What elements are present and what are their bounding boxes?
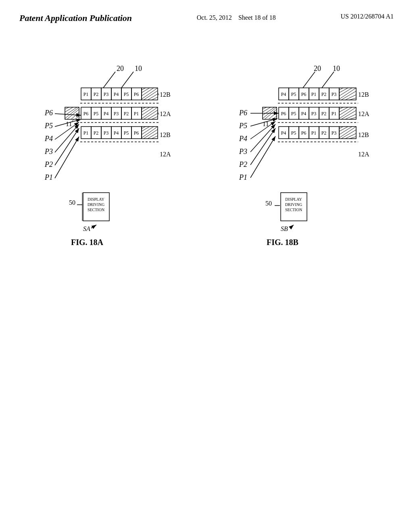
main-content: 20 10 P1 P2 P3 P4 P5 P6 [0,23,413,507]
svg-line-146 [263,107,271,112]
svg-text:P6: P6 [83,111,89,116]
svg-text:P4: P4 [44,135,53,143]
svg-text:P6: P6 [134,130,139,136]
svg-line-84 [55,137,79,178]
svg-text:P6: P6 [301,91,307,97]
publication-number: US 2012/268704 A1 [340,13,394,20]
svg-text:20: 20 [314,64,321,73]
svg-line-88 [55,124,79,152]
svg-line-159 [345,114,356,119]
svg-line-76 [142,127,150,131]
svg-text:12A: 12A [358,151,369,158]
svg-text:DRIVING: DRIVING [285,202,302,207]
svg-text:50: 50 [265,200,272,207]
svg-text:P2: P2 [94,130,99,136]
svg-line-2 [121,72,133,88]
svg-line-189 [250,128,275,165]
svg-line-179 [339,127,348,131]
svg-text:12B: 12B [358,131,369,138]
svg-text:P5: P5 [124,91,129,97]
svg-text:P2: P2 [321,111,327,116]
svg-line-107 [303,72,315,88]
svg-line-148 [263,107,277,118]
svg-text:FIG. 18B: FIG. 18B [267,238,298,247]
publication-date-sheet: Oct. 25, 2012 Sheet 18 of 18 [197,13,276,23]
svg-text:P3: P3 [311,111,317,116]
svg-line-81 [152,136,158,139]
svg-text:P3: P3 [332,130,337,136]
svg-line-18 [142,88,150,93]
svg-text:P1: P1 [239,173,247,181]
svg-line-78 [142,127,158,138]
svg-text:P1: P1 [332,111,337,116]
svg-text:12B: 12B [358,91,369,98]
svg-line-191 [250,124,275,152]
svg-line-23 [152,97,158,100]
svg-text:DRIVING: DRIVING [88,202,104,207]
svg-text:DISPLAY: DISPLAY [88,197,104,202]
svg-line-41 [65,107,73,112]
svg-text:20: 20 [117,64,124,73]
svg-text:P5: P5 [94,111,99,116]
svg-text:FIG. 18A: FIG. 18A [71,238,104,247]
svg-text:P5: P5 [291,91,296,97]
svg-text:12A: 12A [160,151,171,158]
svg-text:10: 10 [333,64,340,73]
svg-text:P4: P4 [281,130,286,136]
svg-text:P4: P4 [281,91,286,97]
svg-text:50: 50 [69,199,75,206]
svg-text:SECTION: SECTION [285,208,302,212]
svg-text:SA: SA [83,225,90,232]
svg-line-45 [71,112,79,119]
svg-text:P6: P6 [301,130,307,136]
svg-line-56 [152,116,158,119]
svg-line-157 [339,107,356,118]
svg-text:P1: P1 [311,91,317,97]
svg-text:P3: P3 [104,130,109,136]
svg-line-0 [103,72,115,88]
svg-text:P6: P6 [44,109,53,117]
svg-text:P2: P2 [44,160,53,168]
svg-line-46 [75,116,79,119]
publication-title: Patent Application Publication [19,13,132,23]
svg-line-80 [148,133,158,139]
svg-line-55 [148,113,158,119]
svg-text:P4: P4 [301,111,307,116]
svg-line-128 [345,95,356,100]
svg-text:P3: P3 [239,148,247,156]
svg-text:P2: P2 [321,91,327,97]
svg-line-51 [142,107,150,112]
svg-text:12A: 12A [160,110,171,117]
svg-text:12B: 12B [160,91,171,98]
figure-18b: 20 10 P4 P5 P6 P1 P2 P3 [235,48,372,443]
svg-text:P3: P3 [44,148,53,156]
svg-text:P5: P5 [44,122,53,130]
svg-text:P3: P3 [104,91,109,97]
svg-line-183 [345,133,356,139]
svg-text:P2: P2 [124,111,129,116]
svg-text:P2: P2 [239,160,247,168]
svg-text:P2: P2 [321,130,327,136]
svg-text:P6: P6 [134,91,139,97]
svg-line-126 [339,88,356,99]
svg-text:P2: P2 [94,91,99,97]
svg-line-53 [142,107,158,118]
fig18b-diagram: 20 10 P4 P5 P6 P1 P2 P3 [235,48,372,443]
page-header: Patent Application Publication Oct. 25, … [0,0,413,23]
svg-text:P4: P4 [104,111,109,116]
svg-line-155 [339,107,348,112]
svg-text:P5: P5 [291,130,296,136]
svg-text:P5: P5 [239,122,247,130]
svg-line-124 [339,88,348,93]
svg-text:P4: P4 [114,91,119,97]
svg-text:10: 10 [135,64,142,73]
svg-line-103 [91,225,96,228]
svg-text:P1: P1 [83,130,89,136]
svg-text:P1: P1 [83,91,89,97]
svg-text:P5: P5 [124,130,129,136]
fig18a-diagram: 20 10 P1 P2 P3 P4 P5 P6 [41,48,170,443]
svg-line-181 [339,127,356,138]
svg-line-43 [65,107,79,118]
svg-line-22 [148,94,158,100]
svg-line-109 [322,72,334,88]
